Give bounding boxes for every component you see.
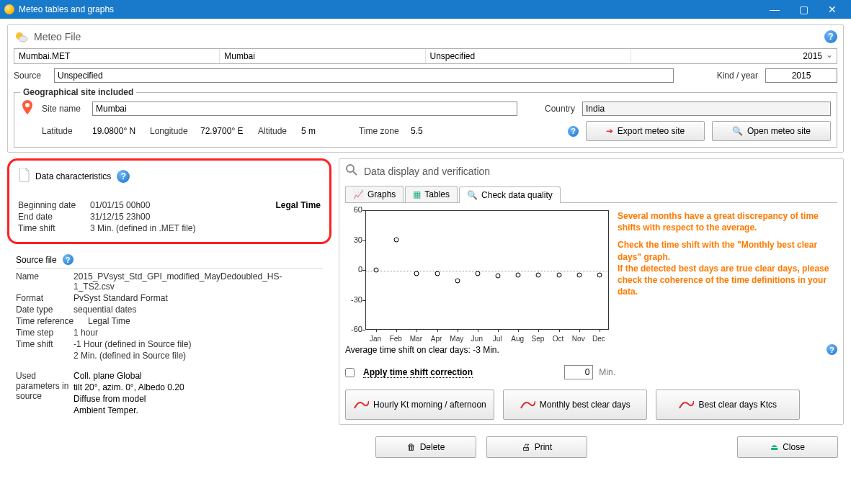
open-meteo-button[interactable]: 🔍 Open meteo site <box>712 121 831 141</box>
tz-value: 5.5 <box>411 126 432 136</box>
sf-shift-value2: 2 Min. (defined in Source file) <box>73 351 186 361</box>
tabs: 📈Graphs ▦Tables 🔍Check data quality <box>345 186 837 203</box>
sf-timeref-value: Legal Time <box>88 316 130 326</box>
end-date-value: 31/12/15 23h00 <box>90 212 150 222</box>
end-date-label: End date <box>18 212 90 222</box>
pin-icon <box>20 100 35 117</box>
legal-time-label: Legal Time <box>276 200 321 210</box>
lat-label: Latitude <box>42 126 85 136</box>
country-input <box>582 102 831 116</box>
meteo-file-title: Meteo File <box>34 31 819 42</box>
data-characteristics-panel: Data characteristics ? Beginning date01/… <box>7 158 331 244</box>
file-status: Unspecified <box>426 49 631 63</box>
data-char-title: Data characteristics <box>35 171 111 181</box>
sf-timestep-label: Time step <box>16 328 73 338</box>
close-window-button[interactable]: ✕ <box>818 4 847 15</box>
search-icon: 🔍 <box>732 126 743 136</box>
help-icon[interactable]: ? <box>63 254 73 265</box>
hourly-kt-button[interactable]: Hourly Kt morning / afternoon <box>345 390 494 420</box>
curve-icon <box>353 398 369 411</box>
sun-cloud-icon <box>14 30 28 44</box>
file-info-bar[interactable]: Mumbai.MET Mumbai Unspecified 2015 <box>14 48 837 64</box>
curve-icon <box>678 398 694 411</box>
sf-shift-value1: -1 Hour (defined in Source file) <box>73 339 191 349</box>
file-year: 2015 <box>631 49 837 63</box>
sf-name-value: 2015_PVsyst_Std_GPI_modified_MayDedouble… <box>73 271 323 292</box>
source-input[interactable] <box>54 68 674 83</box>
exit-icon: ⏏ <box>770 442 778 452</box>
apply-shift-unit: Min. <box>599 367 615 377</box>
sf-format-value: PvSyst Standard Format <box>73 293 168 303</box>
close-button[interactable]: ⏏Close <box>737 436 838 458</box>
search-icon: 🔍 <box>467 190 478 200</box>
source-file-panel: Source file ? Name2015_PVsyst_Std_GPI_mo… <box>7 248 331 423</box>
geo-group: Geographical site included Site name Cou… <box>14 87 837 148</box>
help-icon[interactable]: ? <box>824 30 837 43</box>
begin-date-value: 01/01/15 00h00 <box>90 200 150 210</box>
app-icon <box>4 4 14 14</box>
window-title: Meteo tables and graphs <box>19 4 760 14</box>
apply-shift-checkbox[interactable] <box>345 368 355 377</box>
site-name-label: Site name <box>42 104 85 114</box>
site-name-input[interactable] <box>92 102 517 116</box>
lon-label: Longitude <box>150 126 193 136</box>
tab-tables[interactable]: ▦Tables <box>405 186 458 202</box>
titlebar: Meteo tables and graphs — ▢ ✕ <box>0 0 851 19</box>
chart-icon: 📈 <box>353 189 364 199</box>
sf-format-label: Format <box>16 293 73 303</box>
print-button[interactable]: 🖨Print <box>486 436 587 458</box>
sf-usedparam-label: Used parameters in source <box>16 371 73 401</box>
file-city: Mumbai <box>220 49 425 63</box>
avg-shift-text: Average time shift on clear days: -3 Min… <box>345 345 499 355</box>
svg-point-3 <box>347 165 354 172</box>
minimize-button[interactable]: — <box>760 4 789 15</box>
export-meteo-button[interactable]: ➔ Export meteo site <box>586 121 705 141</box>
document-icon <box>18 168 30 184</box>
sf-up-v1: Coll. plane Global <box>73 371 184 381</box>
tab-quality[interactable]: 🔍Check data quality <box>459 186 561 203</box>
export-arrow-icon: ➔ <box>606 126 613 136</box>
sf-datetype-value: sequential dates <box>73 305 136 315</box>
tab-graphs[interactable]: 📈Graphs <box>345 186 404 202</box>
svg-point-1 <box>19 36 27 42</box>
meteo-file-panel: Meteo File ? Mumbai.MET Mumbai Unspecifi… <box>7 24 844 153</box>
geo-legend: Geographical site included <box>20 87 136 97</box>
time-shift-label: Time shift <box>18 223 90 233</box>
warning-text: Several months have a great discrepancy … <box>616 207 837 344</box>
alt-label: Altitude <box>258 126 294 136</box>
help-icon[interactable]: ? <box>117 170 130 183</box>
sf-timeref-label: Time reference <box>16 316 88 326</box>
trash-icon: 🗑 <box>407 442 416 452</box>
sf-datetype-label: Date type <box>16 305 73 315</box>
table-icon: ▦ <box>413 189 421 199</box>
alt-value: 5 m <box>301 126 330 136</box>
file-name: Mumbai.MET <box>14 49 220 63</box>
curve-icon <box>520 398 535 411</box>
lat-value: 19.0800° N <box>92 126 143 136</box>
help-icon[interactable]: ? <box>827 344 837 355</box>
sf-name-label: Name <box>16 271 73 292</box>
delete-button[interactable]: 🗑Delete <box>375 436 476 458</box>
sf-up-v2: tilt 20°, azim. 0°, Albedo 0.20 <box>73 382 184 392</box>
monthly-best-button[interactable]: Monthly best clear days <box>503 390 647 420</box>
apply-shift-label: Apply time shift correction <box>363 367 473 378</box>
magnifier-icon <box>345 163 358 179</box>
apply-shift-input[interactable] <box>564 365 593 379</box>
source-file-title: Source file <box>16 255 57 265</box>
svg-line-4 <box>353 171 357 175</box>
sf-up-v3: Diffuse from model <box>73 394 184 404</box>
svg-point-2 <box>25 103 30 107</box>
printer-icon: 🖨 <box>522 442 530 452</box>
best-clear-button[interactable]: Best clear days Ktcs <box>656 390 800 420</box>
data-display-title: Data display and verification <box>364 166 837 177</box>
chevron-down-icon[interactable]: ⌄ <box>826 50 833 60</box>
kind-year-label: Kind / year <box>717 71 758 81</box>
sf-up-v4: Ambient Temper. <box>73 405 184 415</box>
help-icon[interactable]: ? <box>568 126 579 137</box>
maximize-button[interactable]: ▢ <box>789 4 818 15</box>
source-label: Source <box>14 71 47 81</box>
kind-year-value: 2015 <box>765 68 837 83</box>
time-shift-value: 3 Min. (defined in .MET file) <box>90 223 196 233</box>
begin-date-label: Beginning date <box>18 200 90 210</box>
data-display-panel: Data display and verification 📈Graphs ▦T… <box>339 158 844 425</box>
